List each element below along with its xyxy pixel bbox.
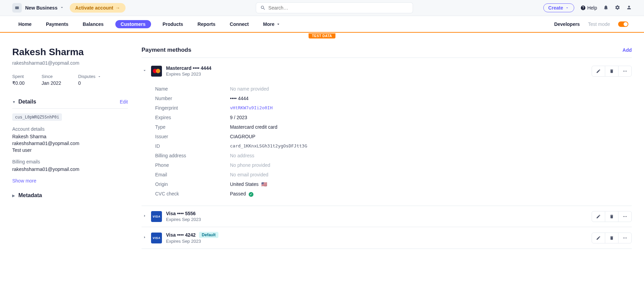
create-button[interactable]: Create [543,3,575,12]
business-name[interactable]: New Business [25,5,57,11]
pm-phone-label: Phone [155,162,230,168]
pm-email-label: Email [155,172,230,177]
help-icon [580,5,586,11]
disputes-label[interactable]: Disputes [78,74,102,79]
triangle-right-icon: ▶ [12,194,15,197]
nav-customers[interactable]: Customers [115,20,151,28]
settings-icon[interactable] [615,5,620,11]
svg-point-5 [625,216,625,217]
pm-phone-value: No phone provided [230,162,270,168]
pm-cvc-value: Passed [230,191,253,197]
spent-value: ₹0.00 [12,80,24,86]
edit-details-button[interactable]: Edit [120,99,128,105]
pm-actions [592,233,632,243]
brand-icon [12,3,22,13]
search-icon [260,5,266,11]
expand-toggle[interactable] [142,213,148,219]
add-payment-method-button[interactable]: Add [623,47,632,53]
since-label: Since [42,74,61,79]
pm-expires-label: Expires [155,115,230,120]
testmode-toggle[interactable] [618,21,628,27]
pm-expires-value: 9 / 2023 [230,115,247,120]
edit-pm-button[interactable] [592,233,605,243]
metadata-title: Metadata [18,192,42,198]
collapse-toggle[interactable] [142,68,148,74]
pm-actions [592,66,632,77]
profile-icon[interactable] [626,5,632,11]
nav-connect[interactable]: Connect [227,20,251,28]
chevron-down-icon[interactable] [60,5,64,11]
pm-type-label: Type [155,124,230,130]
nav-payments[interactable]: Payments [43,20,71,28]
pm-issuer-label: Issuer [155,134,230,139]
billing-emails-label: Billing emails [12,159,128,164]
chevron-down-icon [142,68,147,73]
nav-developers[interactable]: Developers [554,21,580,27]
pm-title: Mastercard •••• 4444 [166,65,592,71]
more-pm-button[interactable] [618,211,631,222]
svg-point-8 [625,237,625,238]
nav-more-label: More [263,21,274,27]
activate-account-button[interactable]: Activate account → [70,3,126,13]
pm-origin-label: Origin [155,181,230,187]
pm-details: NameNo name provided Number•••• 4444 Fin… [142,81,632,206]
create-label: Create [548,5,563,11]
nav-products[interactable]: Products [160,20,186,28]
visa-icon: VISA [151,233,162,243]
pm-expires: Expires Sep 2023 [166,217,592,222]
search-input[interactable] [256,3,413,13]
delete-pm-button[interactable] [605,66,618,76]
nav-more[interactable]: More [260,20,283,28]
pm-id-value[interactable]: card_1KKnxLSGh31t2ygOsDFJtt3G [230,143,307,149]
more-pm-button[interactable] [618,66,631,76]
nav-balances[interactable]: Balances [80,20,106,28]
pm-cvc-label: CVC check [155,191,230,197]
account-details-label: Account details [12,126,128,132]
pm-number-value: •••• 4444 [230,96,249,101]
pm-number-label: Number [155,96,230,101]
pm-billing-label: Billing address [155,153,230,158]
svg-point-9 [626,237,627,238]
edit-pm-button[interactable] [592,211,605,222]
us-flag-icon: 🇺🇸 [261,181,267,187]
svg-point-2 [625,70,625,71]
pm-fingerprint-value[interactable]: vHtRKW7u9Ii2o0IH [230,105,273,111]
pm-title: Visa •••• 4242 [166,232,196,238]
customer-email: rakeshsharma01@yopmail.com [12,60,128,66]
payment-method-row: VISA Visa •••• 5556 Expires Sep 2023 [142,206,632,227]
svg-point-6 [626,216,627,217]
more-pm-button[interactable] [618,233,631,243]
customer-sidebar: Rakesh Sharma rakeshsharma01@yopmail.com… [12,47,128,249]
help-link[interactable]: Help [580,5,597,11]
account-name: Rakesh Sharma [12,134,128,139]
pm-email-value: No email provided [230,172,268,177]
search-field[interactable] [268,5,409,11]
topbar: New Business Activate account → Create H… [0,0,644,16]
notifications-icon[interactable] [603,5,609,11]
help-label: Help [587,5,597,11]
chevron-down-icon [565,6,569,10]
pm-issuer-value: CIAGROUP [230,134,255,139]
metadata-section-toggle[interactable]: ▶ Metadata [12,192,128,198]
activate-label: Activate account [75,5,113,11]
since-value: Jan 2022 [42,80,61,86]
details-section-toggle[interactable]: ▼ Details [12,99,36,105]
customer-id[interactable]: cus_L0pWRQZ5SnhP0i [12,113,62,121]
pm-expires: Expires Sep 2023 [166,71,592,77]
payment-methods-panel: Payment methods Add Mastercard •••• 4444… [142,47,632,249]
edit-pm-button[interactable] [592,66,605,76]
delete-pm-button[interactable] [605,211,618,222]
pm-name-value: No name provided [230,86,269,92]
expand-toggle[interactable] [142,235,148,241]
show-more-button[interactable]: Show more [12,178,36,184]
svg-point-7 [623,237,624,238]
main-nav: Home Payments Balances Customers Product… [0,16,644,33]
pm-name-label: Name [155,86,230,92]
nav-home[interactable]: Home [16,20,34,28]
delete-pm-button[interactable] [605,233,618,243]
pm-fingerprint-label: Fingerprint [155,105,230,111]
chevron-right-icon [142,235,147,240]
pm-title: Visa •••• 5556 [166,211,592,216]
testmode-label: Test mode [588,21,610,27]
nav-reports[interactable]: Reports [195,20,218,28]
